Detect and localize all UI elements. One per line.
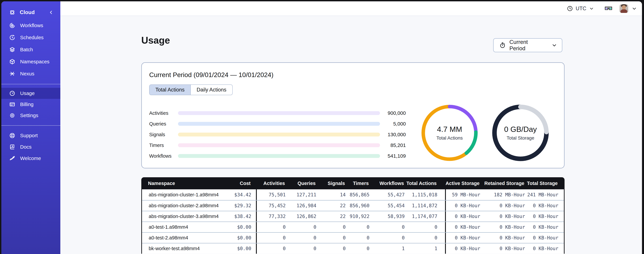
table-cell: $0.00 (219, 246, 256, 251)
table-cell: 0 KB-Hour (480, 246, 525, 251)
namespace-link[interactable]: abs-migration-cluster-1.a98mm4 (149, 192, 218, 198)
temporal-logo-icon (9, 9, 16, 16)
avatar[interactable] (620, 4, 628, 13)
total-storage-donut: 0 GB/Day Total Storage (492, 104, 549, 161)
namespaces-icon (9, 58, 16, 65)
actions-tabs: Total Actions Daily Actions (149, 84, 233, 95)
bar-label: Timers (149, 142, 164, 148)
table-cell: 0 (316, 224, 346, 230)
collapse-sidebar-icon[interactable] (48, 10, 54, 15)
table-header-row: NamespaceCostActivitiesQueriesSignalsTim… (141, 177, 564, 189)
timezone-selector[interactable]: UTC (567, 6, 594, 12)
table-cell: 0 (346, 235, 370, 240)
bar-row-queries: Queries 5,000 (142, 118, 410, 129)
sidebar-divider (1, 84, 60, 84)
table-cell: 0 KB-Hour (525, 246, 564, 251)
sidebar-item-namespaces[interactable]: Namespaces (1, 56, 60, 68)
namespace-cell[interactable]: abs-migration-cluster-1.a98mm4 (142, 192, 219, 198)
bar-row-timers: Timers 85,201 (142, 140, 410, 150)
bar-label: Activities (149, 110, 168, 116)
bar-row-activities: Activities 900,000 (142, 108, 410, 118)
sidebar-item-label: Nexus (20, 71, 34, 76)
table-cell: 14 (316, 192, 346, 198)
namespace-cell[interactable]: bk-worker-test.a98mm4 (142, 246, 219, 251)
welcome-icon (9, 155, 16, 162)
sidebar-nav-account: Usage Billing Settings (1, 88, 60, 121)
sidebar-item-nexus[interactable]: Nexus (1, 68, 60, 80)
table-row: a0-test-2.a98mm4$0.000000000 KB-Hour0 KB… (142, 232, 564, 243)
table-cell: 75,452 (256, 200, 286, 211)
sidebar-item-support[interactable]: Support (1, 130, 60, 141)
table-cell: 1,174,077 (405, 214, 445, 219)
sidebar-item-batch[interactable]: Batch (1, 44, 60, 56)
table-cell: $0.00 (219, 235, 256, 240)
table-cell: 1,115,018 (405, 192, 445, 198)
sidebar-item-docs[interactable]: Docs (1, 141, 60, 153)
namespace-link[interactable]: bk-worker-test.a98mm4 (149, 246, 200, 251)
account-menu-chevron-icon[interactable] (632, 6, 637, 11)
brand-label: Cloud (20, 10, 48, 16)
billing-icon (9, 101, 16, 108)
usage-icon (9, 90, 16, 96)
page-title: Usage (141, 35, 170, 46)
sidebar-item-workflows[interactable]: Workflows (1, 20, 60, 32)
donut-value: 4.7 MM (437, 125, 462, 134)
table-cell: 0 (316, 235, 346, 240)
table-row: abs-migration-cluster-1.a98mm4$34.4275,5… (142, 189, 564, 200)
sidebar-item-label: Welcome (20, 156, 41, 161)
nexus-icon (9, 70, 16, 77)
namespace-usage-table: NamespaceCostActivitiesQueriesSignalsTim… (141, 177, 564, 254)
table-cell: 0 KB-Hour (445, 233, 480, 243)
bar-label: Signals (149, 132, 165, 138)
bar-track (178, 133, 380, 136)
tab-daily-actions[interactable]: Daily Actions (190, 85, 232, 95)
table-cell: 58,939 (370, 214, 405, 219)
table-cell: 75,501 (256, 189, 286, 200)
table-cell: 0 (405, 224, 445, 230)
namespace-link[interactable]: abs-migration-cluster-3.a98mm4 (149, 214, 218, 219)
sidebar-item-schedules[interactable]: Schedules (1, 32, 60, 44)
workflows-icon (9, 22, 16, 29)
sidebar-item-usage[interactable]: Usage (1, 88, 60, 99)
tab-total-actions[interactable]: Total Actions (150, 85, 190, 95)
table-cell: 0 KB-Hour (480, 224, 525, 230)
column-header-cost: Cost (218, 180, 255, 186)
usage-page: Usage Current Period Current Period (09 (60, 16, 642, 254)
table-row: abs-migration-cluster-2.a98mm4$29.3275,4… (142, 200, 564, 211)
table-cell: 55,427 (370, 192, 405, 198)
namespace-cell[interactable]: a0-test-1.a98mm4 (142, 224, 219, 230)
total-actions-donut: 4.7 MM Total Actions (421, 104, 478, 161)
table-row: a0-test-1.a98mm4$0.000000000 KB-Hour0 KB… (142, 222, 564, 232)
table-cell: 0 (316, 246, 346, 251)
namespace-link[interactable]: abs-migration-cluster-2.a98mm4 (149, 203, 218, 208)
table-cell: 1 (405, 246, 445, 251)
column-header-total-storage: Total Storage (524, 180, 564, 186)
sidebar-item-welcome[interactable]: Welcome (1, 153, 60, 164)
table-cell: 0 KB-Hour (480, 203, 525, 208)
namespace-cell[interactable]: a0-test-2.a98mm4 (142, 235, 219, 240)
table-cell: 0 KB-Hour (445, 244, 480, 254)
column-header-signals: Signals (316, 180, 345, 186)
bar-track (178, 111, 380, 115)
namespace-link[interactable]: a0-test-1.a98mm4 (149, 224, 188, 230)
sidebar: Cloud Workflows (1, 1, 60, 254)
chevron-down-icon (552, 42, 557, 48)
sidebar-nav-footer: Support Docs (1, 130, 60, 164)
labs-glasses-icon[interactable] (604, 6, 612, 12)
sidebar-item-billing[interactable]: Billing (1, 99, 60, 110)
bar-track (178, 144, 380, 147)
period-selector-button[interactable]: Current Period (493, 38, 562, 52)
brand-row[interactable]: Cloud (1, 5, 60, 20)
bar-track (178, 154, 380, 158)
sidebar-item-label: Schedules (20, 35, 44, 40)
namespace-cell[interactable]: abs-migration-cluster-3.a98mm4 (142, 214, 219, 219)
batch-icon (9, 46, 16, 53)
chevron-down-icon (589, 6, 594, 11)
table-cell: 127,211 (286, 192, 316, 198)
namespace-cell[interactable]: abs-migration-cluster-2.a98mm4 (142, 203, 219, 208)
bar-value: 85,201 (360, 142, 406, 148)
namespace-link[interactable]: a0-test-2.a98mm4 (149, 235, 188, 240)
bar-value: 900,000 (360, 110, 406, 116)
table-cell: 0 KB-Hour (525, 203, 564, 208)
sidebar-item-settings[interactable]: Settings (1, 110, 60, 121)
